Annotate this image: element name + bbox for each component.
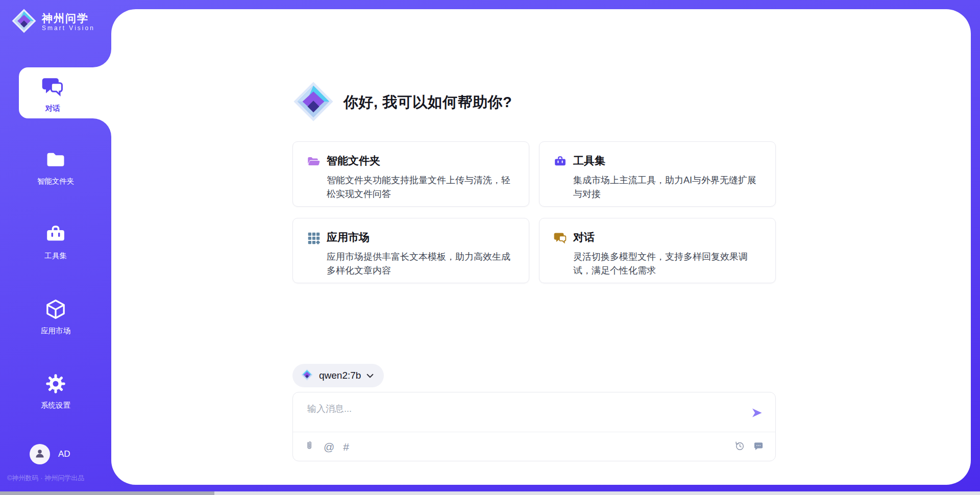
send-button[interactable] [751,407,763,419]
card-title: 智能文件夹 [327,154,380,168]
chevron-down-icon [366,371,374,380]
sidebar-item-label: 对话 [45,104,60,113]
card-title: 工具集 [573,154,605,168]
hashtag-button[interactable]: # [343,441,349,452]
card-app-market[interactable]: 应用市场 应用市场提供丰富长文本模板，助力高效生成多样化文章内容 [292,218,529,283]
sidebar-item-smart-folder[interactable]: 智能文件夹 [0,148,111,186]
gear-icon [44,373,67,397]
message-composer: @ # [292,392,776,461]
folder-open-icon [307,155,321,168]
greeting-diamond-icon [292,81,334,125]
card-description: 智能文件夹功能支持批量文件上传与清洗，轻松实现文件问答 [327,174,516,202]
model-selector[interactable]: qwen2:7b [292,364,384,387]
card-title: 对话 [573,230,595,244]
feature-cards: 智能文件夹 智能文件夹功能支持批量文件上传与清洗，轻松实现文件问答 工具集 集成… [292,141,776,283]
sidebar-item-label: 智能文件夹 [37,177,75,186]
logo-diamond-icon [11,8,37,36]
card-description: 集成市场上主流工具，助力AI与外界无缝扩展与对接 [573,174,762,202]
brand: 神州问学 Smart Vision [11,8,95,36]
user-avatar-icon [33,447,46,462]
user-name: AD [58,449,70,459]
history-icon [734,440,745,453]
send-icon [751,413,763,420]
greeting-title: 你好, 我可以如何帮助你? [344,92,512,113]
copyright-footer: ©神州数码 · 神州问学出品 [7,474,84,483]
feedback-icon [753,440,764,453]
main-content: 你好, 我可以如何帮助你? 智能文件夹 智能文件夹功能支持批量文件上传与清洗，轻… [292,9,776,485]
folder-icon [44,148,67,173]
horizontal-scrollbar-thumb[interactable] [0,491,214,495]
brand-subtitle: Smart Vision [42,24,95,32]
apps-grid-icon [307,231,321,245]
sidebar-item-label: 系统设置 [41,401,70,410]
briefcase-icon [553,155,567,168]
cube-icon [44,298,67,323]
history-button[interactable] [734,440,745,453]
sidebar-item-label: 工具集 [44,251,67,261]
paperclip-icon [304,440,315,453]
card-toolset[interactable]: 工具集 集成市场上主流工具，助力AI与外界无缝扩展与对接 [539,141,776,207]
main-panel: 你好, 我可以如何帮助你? 智能文件夹 智能文件夹功能支持批量文件上传与清洗，轻… [111,9,971,485]
mention-button[interactable]: @ [324,441,334,452]
sidebar-item-toolset[interactable]: 工具集 [0,223,111,261]
card-smart-folder[interactable]: 智能文件夹 智能文件夹功能支持批量文件上传与清洗，轻松实现文件问答 [292,141,529,207]
at-icon: @ [324,441,334,452]
chat-bubbles-icon [553,231,567,245]
message-input[interactable] [306,402,737,430]
user-profile[interactable]: AD [30,444,70,464]
brand-name: 神州问学 [42,12,95,24]
sidebar-item-chat[interactable]: 对话 [19,75,86,113]
sidebar-item-settings[interactable]: 系统设置 [0,373,111,410]
horizontal-scrollbar-track[interactable] [0,491,980,495]
avatar [30,444,50,464]
app-window: 神州问学 Smart Vision 对话 [0,0,980,495]
card-description: 应用市场提供丰富长文本模板，助力高效生成多样化文章内容 [327,250,516,278]
feedback-button[interactable] [753,440,764,453]
sidebar-item-app-market[interactable]: 应用市场 [0,298,111,336]
sidebar-item-label: 应用市场 [41,326,70,336]
toolbox-icon [44,223,67,247]
model-name: qwen2:7b [319,370,361,381]
card-chat[interactable]: 对话 灵活切换多模型文件，支持多样回复效果调试，满足个性化需求 [539,218,776,283]
card-description: 灵活切换多模型文件，支持多样回复效果调试，满足个性化需求 [573,250,762,278]
greeting-block: 你好, 我可以如何帮助你? [292,81,512,125]
chat-icon [41,75,64,101]
attach-button[interactable] [304,440,315,453]
model-diamond-icon [301,368,313,383]
composer-toolbar: @ # [293,432,775,461]
hash-icon: # [343,441,349,452]
sidebar: 神州问学 Smart Vision 对话 [0,0,111,495]
card-title: 应用市场 [327,230,370,244]
